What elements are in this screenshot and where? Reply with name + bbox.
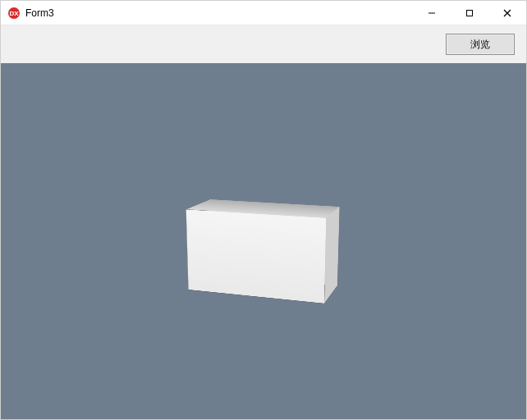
box-3d: [198, 204, 332, 294]
app-icon: DX: [7, 7, 21, 20]
box-face-front: [186, 209, 327, 304]
viewport-3d[interactable]: [1, 63, 526, 419]
svg-rect-3: [467, 10, 473, 16]
window-controls: [413, 1, 526, 25]
maximize-button[interactable]: [451, 1, 488, 25]
svg-text:DX: DX: [9, 10, 19, 17]
window-title: Form3: [25, 7, 54, 19]
box-face-right: [324, 207, 339, 304]
minimize-button[interactable]: [413, 1, 451, 25]
title-bar: DX Form3: [1, 1, 526, 25]
browse-button[interactable]: 浏览: [446, 34, 515, 55]
close-button[interactable]: [488, 1, 526, 25]
toolbar: 浏览: [1, 25, 526, 63]
